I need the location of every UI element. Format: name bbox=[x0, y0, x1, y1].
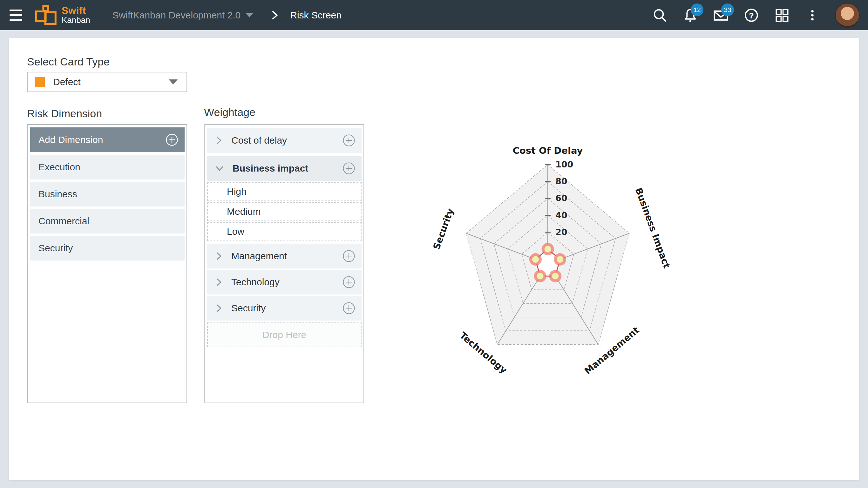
chevron-right-icon[interactable] bbox=[215, 303, 223, 313]
svg-text:Security: Security bbox=[431, 207, 456, 251]
apps-grid-button[interactable] bbox=[774, 7, 790, 23]
help-icon: ? bbox=[743, 7, 760, 23]
svg-text:100: 100 bbox=[555, 159, 573, 169]
risk-dimension-panel: Add Dimension Execution Business Commerc… bbox=[27, 124, 187, 403]
card-type-heading: Select Card Type bbox=[27, 56, 110, 68]
chevron-down-icon[interactable] bbox=[215, 164, 224, 173]
more-vertical-icon bbox=[805, 7, 819, 23]
search-button[interactable] bbox=[652, 7, 668, 23]
svg-text:?: ? bbox=[749, 11, 754, 20]
swiftkanban-logo-icon bbox=[35, 4, 58, 27]
add-dimension-label: Add Dimension bbox=[38, 134, 103, 145]
chevron-right-icon[interactable] bbox=[215, 251, 223, 261]
weightage-group-technology[interactable]: Technology bbox=[207, 270, 362, 295]
svg-text:Cost Of Delay: Cost Of Delay bbox=[513, 145, 583, 156]
svg-text:60: 60 bbox=[555, 193, 567, 203]
risk-dimension-heading: Risk Dimension bbox=[27, 108, 102, 120]
plus-circle-icon[interactable] bbox=[342, 302, 355, 314]
chevron-right-icon[interactable] bbox=[215, 277, 223, 287]
top-navbar: Swift Kanban SwiftKanban Development 2.0… bbox=[0, 0, 868, 30]
weightage-panel: Cost of delay Business impact High Mediu… bbox=[204, 124, 364, 403]
svg-text:20: 20 bbox=[555, 227, 567, 237]
weightage-group-business-impact[interactable]: Business impact bbox=[207, 156, 362, 181]
weightage-heading: Weightage bbox=[204, 106, 255, 119]
hamburger-menu-icon[interactable] bbox=[9, 9, 24, 21]
dimension-item-business[interactable]: Business bbox=[30, 182, 185, 207]
card-type-dropdown[interactable]: Defect bbox=[27, 72, 187, 92]
plus-circle-icon[interactable] bbox=[342, 250, 355, 263]
app-logo[interactable]: Swift Kanban bbox=[35, 4, 90, 27]
messages-count-badge: 33 bbox=[721, 3, 734, 16]
weightage-group-security[interactable]: Security bbox=[207, 296, 362, 321]
svg-text:40: 40 bbox=[555, 210, 567, 220]
weightage-group-management[interactable]: Management bbox=[207, 244, 362, 269]
user-avatar[interactable] bbox=[835, 3, 860, 28]
weightage-child-high[interactable]: High bbox=[207, 182, 362, 201]
chevron-right-icon[interactable] bbox=[215, 136, 223, 145]
navbar-actions: 12 33 ? bbox=[652, 0, 860, 30]
brand-name-top: Swift bbox=[62, 6, 90, 16]
add-dimension-button[interactable]: Add Dimension bbox=[30, 127, 185, 152]
weightage-child-low[interactable]: Low bbox=[207, 222, 362, 241]
dimension-item-execution[interactable]: Execution bbox=[30, 155, 185, 180]
risk-screen-content: Select Card Type Defect Risk Dimension A… bbox=[9, 38, 859, 480]
dimension-item-commercial[interactable]: Commercial bbox=[30, 209, 185, 234]
search-icon bbox=[652, 8, 668, 23]
breadcrumb-project[interactable]: SwiftKanban Development 2.0 bbox=[113, 10, 241, 21]
weightage-child-medium[interactable]: Medium bbox=[207, 202, 362, 221]
card-type-selected-value: Defect bbox=[53, 77, 81, 87]
card-type-color-swatch bbox=[35, 77, 45, 87]
notifications-button[interactable]: 12 bbox=[682, 7, 698, 23]
svg-text:80: 80 bbox=[555, 176, 567, 186]
svg-text:Business Impact: Business Impact bbox=[633, 186, 672, 270]
drop-here-zone[interactable]: Drop Here bbox=[207, 323, 362, 347]
dimension-item-security[interactable]: Security bbox=[30, 236, 185, 261]
plus-circle-icon[interactable] bbox=[165, 133, 178, 146]
notifications-count-badge: 12 bbox=[691, 3, 704, 16]
weightage-group-cost-of-delay[interactable]: Cost of delay bbox=[207, 128, 362, 153]
plus-circle-icon[interactable] bbox=[342, 134, 355, 147]
breadcrumb: SwiftKanban Development 2.0 Risk Screen bbox=[113, 9, 342, 22]
help-button[interactable]: ? bbox=[743, 7, 760, 23]
brand-name-bottom: Kanban bbox=[62, 16, 90, 25]
page-title: Risk Screen bbox=[290, 10, 342, 21]
risk-radar-chart: 20406080100Cost Of DelayBusiness ImpactM… bbox=[410, 137, 696, 391]
breadcrumb-chevron-icon bbox=[270, 9, 279, 22]
dropdown-caret-icon bbox=[169, 80, 178, 85]
project-dropdown-caret-icon[interactable] bbox=[246, 13, 253, 18]
apps-grid-icon bbox=[774, 7, 790, 23]
plus-circle-icon[interactable] bbox=[342, 162, 355, 175]
plus-circle-icon[interactable] bbox=[342, 276, 355, 288]
more-menu-button[interactable] bbox=[804, 7, 820, 23]
messages-button[interactable]: 33 bbox=[713, 7, 729, 23]
